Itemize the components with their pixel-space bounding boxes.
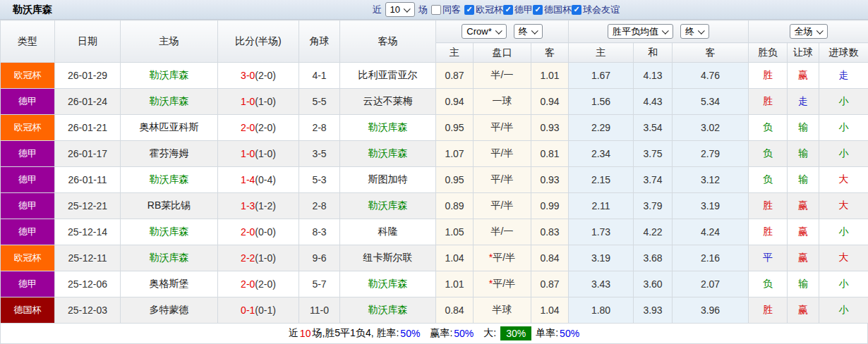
result-cell: 负 (749, 141, 788, 167)
col-header-result: 胜负 (749, 43, 788, 63)
checkbox-checked-icon (533, 5, 543, 15)
away-odds: 0.87 (531, 271, 569, 297)
corner-score: 2-8 (299, 115, 340, 141)
avg-stage-select[interactable]: 终 (680, 24, 709, 39)
avg-draw-odds: 3.54 (634, 115, 673, 141)
handicap-result-cell: 走 (788, 89, 819, 115)
home-odds: 0.84 (436, 297, 474, 324)
home-team: 勒沃库森 (121, 89, 218, 115)
score-cell: 1-0(1-0) (218, 89, 299, 115)
match-date: 25-12-11 (55, 245, 121, 271)
filter-checkbox[interactable]: 德国杯 (533, 4, 572, 16)
handicap-value: 平/半 (491, 121, 514, 133)
score-cell: 2-0(2-0) (218, 271, 299, 297)
handicap-cell: 半球 (474, 297, 531, 324)
home-odds: 1.01 (436, 271, 474, 297)
handicap-value: 平/半 (493, 252, 515, 263)
handicap-cell: *平/半 (474, 271, 531, 297)
filter-checkbox[interactable]: 欧冠杯 (464, 4, 503, 16)
match-date: 26-01-29 (55, 63, 121, 89)
avg-stage-value: 终 (685, 25, 694, 38)
summary-footer: 近10场,胜5平1负4, 胜率:50%赢率:50%大:30%单率:50% (0, 324, 868, 344)
home-team: 勒沃库森 (121, 219, 218, 245)
halftime-score: (1-2) (255, 200, 276, 211)
goals-result-cell: 小 (819, 141, 868, 167)
filter-checkbox[interactable]: 球会友谊 (572, 4, 620, 16)
same-opponent-label: 同客 (442, 4, 461, 16)
odds-group-header: Crow* 终 (436, 20, 569, 43)
odds-stage-value: 终 (519, 25, 528, 38)
odds-stage-select[interactable]: 终 (514, 24, 543, 39)
away-odds: 0.84 (531, 245, 569, 271)
fulltime-score: 2-0 (241, 278, 255, 290)
avg-away-odds: 2.16 (673, 245, 749, 271)
avg-home-odds: 2.34 (569, 141, 634, 167)
match-date: 25-12-21 (55, 193, 121, 219)
col-header-handicap-result: 让球 (788, 43, 819, 63)
halftime-score: (2-0) (255, 278, 276, 290)
handicap-value: 平/半 (491, 199, 514, 211)
league-badge: 德甲 (1, 219, 55, 245)
league-badge: 德甲 (1, 271, 55, 297)
corner-score: 3-5 (299, 141, 340, 167)
away-team: 斯图加特 (340, 167, 436, 193)
bookmaker-select[interactable]: Crow* (462, 24, 506, 39)
away-team: 勒沃库森 (340, 193, 436, 219)
avg-home-odds: 1.56 (569, 89, 634, 115)
fulltime-score: 2-0 (241, 226, 255, 238)
handicap-cell: 平/半 (474, 193, 531, 219)
avg-draw-odds: 3.75 (634, 141, 673, 167)
filter-checkbox[interactable]: 德甲 (503, 4, 533, 16)
halftime-score: (2-0) (255, 70, 276, 81)
win-rate-value: 50% (400, 328, 420, 339)
col-header-type: 类型 (1, 20, 55, 63)
home-odds: 0.87 (436, 63, 474, 89)
checkbox-checked-icon (572, 5, 581, 15)
away-team: 勒沃库森 (340, 297, 436, 324)
handicap-value: 半/一 (491, 69, 514, 80)
score-cell: 1-0(1-0) (218, 141, 299, 167)
away-odds: 0.81 (531, 141, 569, 167)
away-odds: 0.99 (531, 193, 569, 219)
home-team: 奥林匹亚科斯 (121, 115, 218, 141)
result-cell: 胜 (749, 63, 788, 89)
top-bar: 勒沃库森 近 10 场 同客 欧冠杯德甲德国杯球会友谊 (0, 0, 868, 20)
home-odds: 1.07 (436, 141, 474, 167)
col-header-goals: 进球数 (819, 43, 868, 63)
match-count-select[interactable]: 10 (385, 2, 415, 17)
league-badge: 欧冠杯 (1, 245, 55, 271)
handicap-result-cell: 赢 (788, 193, 819, 219)
goals-result-cell: 小 (819, 219, 868, 245)
handicap-rate-label: 赢率: (430, 327, 452, 340)
handicap-cell: 半/一 (474, 63, 531, 89)
col-header-avg-home: 主 (569, 43, 634, 63)
table-row: 德甲 25-12-06 奥格斯堡 2-0(2-0) 5-7 勒沃库森 1.01 … (1, 271, 868, 297)
big-rate-badge: 30% (500, 326, 531, 340)
corner-score: 8-3 (299, 219, 340, 245)
chevron-down-icon (404, 6, 411, 13)
odd-rate-value: 50% (560, 328, 579, 339)
avg-type-select[interactable]: 胜平负均值 (608, 24, 673, 39)
scope-select[interactable]: 全场 (790, 24, 828, 39)
goals-result-cell: 小 (819, 271, 868, 297)
table-row: 德甲 25-12-21 RB莱比锡 1-3(1-2) 2-8 勒沃库森 0.89… (1, 193, 868, 219)
result-cell: 胜 (749, 193, 788, 219)
home-odds: 0.95 (436, 167, 474, 193)
goals-result-cell: 小 (819, 115, 868, 141)
home-team: 多特蒙德 (121, 297, 218, 324)
chevron-down-icon (662, 27, 669, 35)
goals-result-cell: 小 (819, 297, 868, 324)
big-rate-label: 大: (483, 327, 496, 340)
away-team: 勒沃库森 (340, 141, 436, 167)
col-header-corner: 角球 (299, 20, 340, 63)
halftime-score: (0-4) (255, 174, 276, 185)
handicap-value: 半/一 (491, 226, 514, 237)
summary-text: 近 (289, 327, 299, 340)
handicap-cell: 平/半 (474, 115, 531, 141)
goals-result-cell: 大 (819, 193, 868, 219)
same-opponent-checkbox[interactable]: 同客 (431, 4, 461, 16)
checkbox-checked-icon (503, 5, 513, 15)
match-table-body: 欧冠杯 26-01-29 勒沃库森 3-0(2-0) 4-1 比利亚雷亚尔 0.… (1, 63, 868, 324)
score-cell: 1-3(1-2) (218, 193, 299, 219)
handicap-result-cell: 赢 (788, 245, 819, 271)
